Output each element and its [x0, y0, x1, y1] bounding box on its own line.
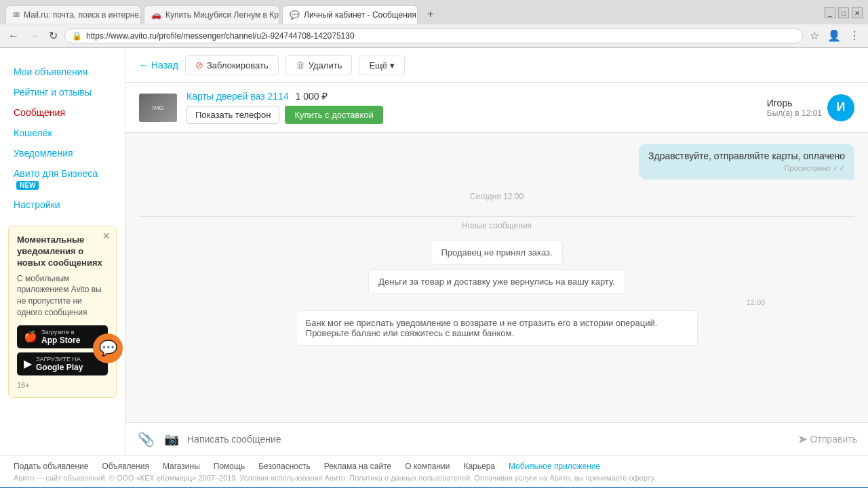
- footer-link-stores[interactable]: Магазины: [163, 462, 200, 471]
- back-link[interactable]: ← Назад: [139, 60, 178, 70]
- attach-button[interactable]: 📎: [136, 430, 156, 449]
- footer-link-about[interactable]: О компании: [405, 462, 450, 471]
- google-icon: ▶: [24, 357, 32, 370]
- reload-button[interactable]: ↻: [46, 28, 60, 43]
- delete-label: Удалить: [309, 60, 342, 70]
- tab-car-label: Купить Мицубиси Легнум в Кр...: [165, 10, 279, 20]
- footer-link-advertising[interactable]: Реклама на сайте: [324, 462, 392, 471]
- message-outgoing-text: Здравствуйте, отправляйте карты, оплачен…: [648, 150, 845, 161]
- address-bar[interactable]: 🔒 https://www.avito.ru/profile/messenger…: [64, 28, 803, 43]
- tab-mail-icon: ✉: [13, 10, 20, 20]
- block-label: Заблокировать: [207, 60, 269, 70]
- user-name: Игорь: [767, 98, 822, 108]
- date-divider: Сегодня 12:00: [139, 192, 854, 201]
- new-messages-divider: Новые сообщения: [139, 216, 854, 230]
- tab-mail[interactable]: ✉ Mail.ru: почта, поиск в интерне... ✕: [5, 5, 141, 24]
- send-button[interactable]: ➤ Отправить: [797, 432, 857, 447]
- apple-icon: 🍎: [24, 330, 37, 343]
- tab-avito[interactable]: 💬 Личный кабинет - Сообщения ✕: [282, 5, 418, 24]
- chat-input-bar: 📎 📷 ➤ Отправить: [125, 422, 868, 455]
- sidebar-promo: ✕ Моментальные уведомления о новых сообщ…: [8, 226, 117, 398]
- listing-image: IMG: [139, 94, 177, 122]
- sidebar-item-settings[interactable]: Настройки: [0, 195, 125, 215]
- lock-icon: 🔒: [72, 31, 82, 41]
- tab-car[interactable]: 🚗 Купить Мицубиси Легнум в Кр... ✕: [144, 5, 279, 24]
- block-icon: ⊘: [195, 60, 203, 70]
- main-area: ← Назад ⊘ Заблокировать 🗑 Удалить Ещё ▾ …: [125, 48, 868, 455]
- footer-link-help[interactable]: Помощь: [214, 462, 245, 471]
- tab-car-icon: 🚗: [151, 10, 161, 20]
- user-info: Игорь Был(а) в 12:01 И: [767, 94, 854, 121]
- window-close-button[interactable]: ✕: [852, 7, 863, 18]
- googleplay-label-main: Google Play: [36, 363, 83, 372]
- window-maximize-button[interactable]: □: [838, 7, 849, 18]
- message-outgoing: Здравствуйте, отправляйте карты, оплачен…: [639, 144, 854, 180]
- promo-close-button[interactable]: ✕: [102, 230, 111, 241]
- footer-links: Подать объявление Объявления Магазины По…: [14, 462, 854, 471]
- tab-mail-label: Mail.ru: почта, поиск в интерне...: [24, 10, 141, 20]
- new-tab-button[interactable]: +: [420, 4, 440, 24]
- business-badge: NEW: [16, 181, 39, 190]
- sidebar-item-wallet[interactable]: Кошелёк: [0, 123, 125, 143]
- block-button[interactable]: ⊘ Заблокировать: [185, 55, 279, 75]
- system-message-1: Продавец не принял заказ.: [431, 240, 562, 265]
- chat-bubble-float[interactable]: 💬: [93, 333, 123, 363]
- system-message-3: Банк мог не прислать уведомление о возвр…: [296, 310, 698, 346]
- listing-title[interactable]: Карты дверей ваз 2114: [186, 91, 289, 102]
- appstore-label-main: App Store: [41, 336, 80, 345]
- footer-copyright: Авито — сайт объявлений. © ООО «КЕХ еКом…: [14, 474, 854, 482]
- googleplay-label-small: ЗАГРУЗИТЕ НА: [36, 356, 83, 363]
- buy-delivery-button[interactable]: Купить с доставкой: [285, 106, 382, 124]
- listing-info: Карты дверей ваз 2114 1 000 ₽ Показать т…: [186, 91, 757, 124]
- tab-avito-label: Личный кабинет - Сообщения: [304, 10, 416, 20]
- forward-button[interactable]: →: [26, 28, 42, 43]
- back-button[interactable]: ←: [5, 28, 22, 43]
- system-message-group: Продавец не принял заказ. Деньги за това…: [229, 240, 765, 346]
- message-outgoing-meta: Просмотрено ✓✓: [648, 164, 845, 173]
- sidebar-item-ratings[interactable]: Рейтинг и отзывы: [0, 82, 125, 102]
- camera-button[interactable]: 📷: [163, 430, 180, 448]
- window-minimize-button[interactable]: _: [825, 7, 835, 18]
- sidebar-item-business[interactable]: Авито для Бизнеса NEW: [0, 163, 125, 195]
- appstore-label-small: Загрузите в: [41, 329, 80, 336]
- footer: Подать объявление Объявления Магазины По…: [0, 455, 868, 487]
- tab-avito-icon: 💬: [290, 10, 300, 20]
- user-status: Был(а) в 12:01: [767, 108, 822, 118]
- sidebar-item-messages[interactable]: Сообщения: [0, 102, 125, 123]
- listing-price: 1 000 ₽: [296, 91, 328, 102]
- system-message-2: Деньги за товар и доставку уже вернулись…: [368, 269, 625, 294]
- footer-link-security[interactable]: Безопасность: [258, 462, 311, 471]
- sidebar-item-my-ads[interactable]: Мои объявления: [0, 62, 125, 82]
- user-avatar: И: [827, 94, 854, 121]
- promo-text: С мобильным приложением Avito вы не проп…: [17, 273, 108, 319]
- system-message-time: 12:00: [229, 298, 765, 306]
- footer-link-ads[interactable]: Объявления: [102, 462, 149, 471]
- chat-float-icon: 💬: [99, 340, 117, 357]
- trash-icon: 🗑: [296, 60, 305, 70]
- send-label: Отправить: [810, 434, 857, 445]
- promo-rating: 16+: [17, 381, 108, 389]
- more-label: Ещё ▾: [369, 60, 394, 70]
- sidebar-item-notifications[interactable]: Уведомления: [0, 143, 125, 163]
- footer-link-post-ad[interactable]: Подать объявление: [14, 462, 88, 471]
- sidebar: Мои объявления Рейтинг и отзывы Сообщени…: [0, 48, 125, 455]
- chat-top-bar: ← Назад ⊘ Заблокировать 🗑 Удалить Ещё ▾: [125, 48, 868, 83]
- chat-listing-header: IMG Карты дверей ваз 2114 1 000 ₽ Показа…: [125, 83, 868, 133]
- show-phone-button[interactable]: Показать телефон: [186, 106, 279, 124]
- menu-button[interactable]: ⋮: [846, 28, 863, 43]
- send-icon: ➤: [797, 432, 808, 447]
- message-input[interactable]: [187, 434, 791, 445]
- footer-link-mobile[interactable]: Мобильное приложение: [509, 462, 600, 471]
- chat-messages[interactable]: Здравствуйте, отправляйте карты, оплачен…: [125, 133, 868, 422]
- address-text: https://www.avito.ru/profile/messenger/c…: [86, 31, 795, 41]
- more-button[interactable]: Ещё ▾: [359, 56, 404, 75]
- footer-link-career[interactable]: Карьера: [463, 462, 495, 471]
- user-button[interactable]: 👤: [825, 28, 844, 43]
- listing-image-placeholder: IMG: [139, 94, 177, 122]
- promo-title: Моментальные уведомления о новых сообщен…: [17, 235, 108, 269]
- delete-button[interactable]: 🗑 Удалить: [285, 55, 353, 75]
- googleplay-button[interactable]: ▶ ЗАГРУЗИТЕ НА Google Play: [17, 352, 108, 375]
- bookmark-button[interactable]: ☆: [807, 28, 822, 43]
